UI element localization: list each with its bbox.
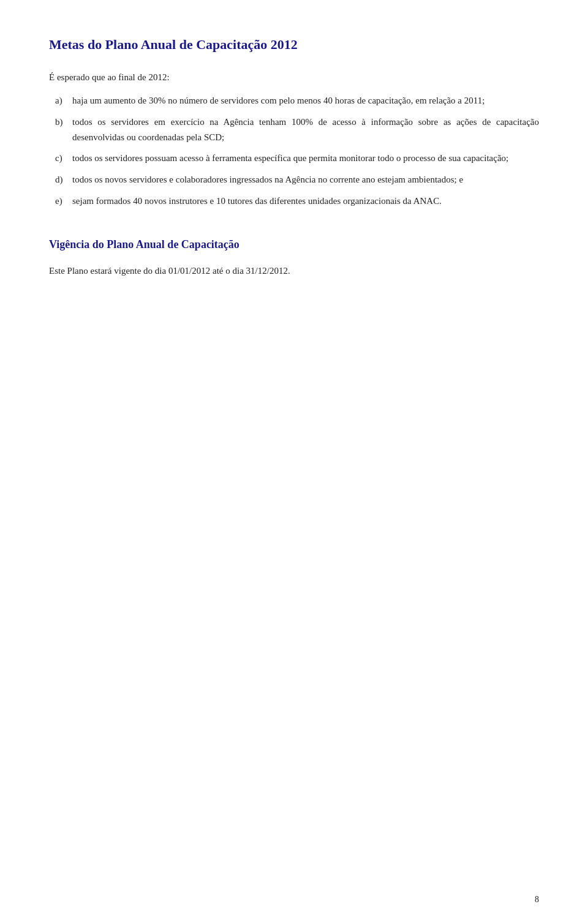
list-item: a)haja um aumento de 30% no número de se… xyxy=(55,93,539,108)
page-number: 8 xyxy=(535,895,539,905)
list-item-label: d) xyxy=(55,172,72,187)
list-item-text: haja um aumento de 30% no número de serv… xyxy=(72,93,539,108)
list-item: b)todos os servidores em exercício na Ag… xyxy=(55,115,539,145)
list-item-text: todos os servidores em exercício na Agên… xyxy=(72,115,539,145)
goals-list: a)haja um aumento de 30% no número de se… xyxy=(55,93,539,209)
list-item-label: e) xyxy=(55,194,72,209)
list-item-label: a) xyxy=(55,93,72,108)
list-item-label: b) xyxy=(55,115,72,145)
section2-title: Vigência do Plano Anual de Capacitação xyxy=(49,238,539,251)
intro-text: É esperado que ao final de 2012: xyxy=(49,70,539,85)
main-title: Metas do Plano Anual de Capacitação 2012 xyxy=(49,37,539,53)
list-item-text: todos os novos servidores e colaboradore… xyxy=(72,172,539,187)
list-item-text: todos os servidores possuam acesso à fer… xyxy=(72,151,539,166)
list-item-text: sejam formados 40 novos instrutores e 10… xyxy=(72,194,539,209)
list-item: d)todos os novos servidores e colaborado… xyxy=(55,172,539,187)
list-item: e)sejam formados 40 novos instrutores e … xyxy=(55,194,539,209)
section2-text: Este Plano estará vigente do dia 01/01/2… xyxy=(49,263,539,279)
list-item-label: c) xyxy=(55,151,72,166)
list-item: c)todos os servidores possuam acesso à f… xyxy=(55,151,539,166)
